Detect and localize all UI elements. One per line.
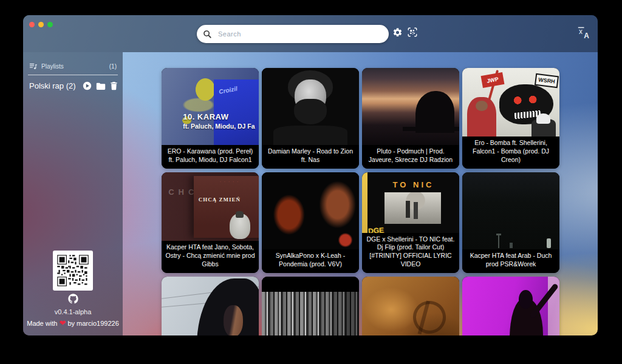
playlists-header: Playlists (1) [28, 62, 118, 75]
graffiti-text: DGE [368, 226, 384, 233]
svg-text:x: x [579, 27, 583, 36]
top-bar: x A [23, 15, 598, 52]
video-card[interactable] [362, 277, 459, 335]
video-title: DGE x Shellerini - TO NIC feat. Dj Flip … [362, 233, 459, 273]
search-input[interactable] [217, 30, 383, 38]
video-grid: Croizil 10. KARAW ft. Paluch, Miodu, DJ … [162, 68, 559, 335]
translate-icon[interactable]: x A [576, 25, 592, 41]
search-icon [203, 30, 212, 39]
video-title: ERO - Karawana (prod. Pereł) ft. Paluch,… [162, 145, 259, 169]
video-thumbnail [462, 277, 559, 335]
cover-title-text: CHCĄ ZMIEŃ [199, 197, 259, 203]
qr-scan-icon[interactable] [407, 27, 418, 38]
close-button[interactable] [29, 22, 35, 27]
video-card[interactable] [262, 277, 359, 335]
video-card[interactable]: Kacper HTA feat Arab - Duch prod PSR&Wor… [462, 172, 559, 273]
video-card[interactable]: CHC · · · · · CHCĄ ZMIEŃ Kacper HTA feat… [162, 172, 259, 273]
video-thumbnail [162, 277, 259, 335]
video-card[interactable] [462, 277, 559, 335]
video-thumbnail [262, 68, 359, 145]
thumb-overlay-text: 10. KARAW [183, 112, 255, 121]
search-bar[interactable] [197, 25, 389, 43]
video-title: Kacper HTA feat Arab - Duch prod PSR&Wor… [462, 249, 559, 273]
video-thumbnail [462, 172, 559, 249]
video-thumbnail: TO NIC DGE [362, 172, 459, 233]
video-thumbnail [362, 68, 459, 145]
credit-prefix: Made with [27, 320, 57, 327]
flag-jwp: JWP [481, 72, 505, 88]
zoom-button[interactable] [47, 22, 53, 27]
video-title: SynAlkaPono x K-Leah - Pondemia (prod. V… [262, 249, 359, 273]
video-thumbnail [262, 277, 359, 335]
app-version: v0.4.1-alpha [55, 308, 92, 315]
video-card[interactable] [162, 277, 259, 335]
credit-suffix: by marcio199226 [67, 320, 118, 327]
results-area: Croizil 10. KARAW ft. Paluch, Miodu, DJ … [123, 52, 598, 335]
open-folder-icon[interactable] [96, 82, 106, 90]
sidebar: Playlists (1) Polski rap (2) [23, 52, 123, 335]
github-icon[interactable] [68, 294, 78, 304]
video-thumbnail: Croizil 10. KARAW ft. Paluch, Miodu, DJ … [162, 68, 259, 145]
sidebar-footer: v0.4.1-alpha Made with ❤ by marcio199226 [23, 251, 123, 328]
playlists-count: (1) [109, 63, 117, 70]
playlist-item[interactable]: Polski rap (2) [29, 81, 118, 90]
video-thumbnail [362, 277, 459, 335]
video-thumbnail: JWP WSRH [462, 68, 559, 136]
video-thumbnail: CHC · · · · · CHCĄ ZMIEŃ [162, 172, 259, 241]
app-window: x A Playlists (1) Polski rap (2) [23, 15, 598, 335]
video-card[interactable]: Pluto - Podmuch | Prod. Javeure, Skrecze… [362, 68, 459, 169]
video-title: Ero - Bomba ft. Shellerini, Falcon1 - Bo… [462, 136, 559, 169]
video-card[interactable]: SynAlkaPono x K-Leah - Pondemia (prod. V… [262, 172, 359, 273]
delete-trash-icon[interactable] [110, 81, 118, 90]
video-thumbnail [262, 172, 359, 249]
play-playlist-icon[interactable] [83, 81, 92, 90]
queue-music-icon [29, 62, 38, 70]
thumb-overlay-text: ft. Paluch, Miodu, DJ Fa [183, 123, 255, 130]
settings-gear-icon[interactable] [392, 27, 403, 38]
credit-line: Made with ❤ by marcio199226 [27, 318, 119, 328]
traffic-lights [29, 22, 53, 27]
video-card[interactable]: Damian Marley - Road to Zion ft. Nas [262, 68, 359, 169]
doll-graphic [230, 214, 250, 239]
playlists-label: Playlists [41, 63, 64, 70]
cover-script-text: Croizil [219, 81, 259, 95]
video-title: Kacper HTA feat Jano, Sobota, Ostry - Ch… [162, 241, 259, 273]
video-card[interactable]: Croizil 10. KARAW ft. Paluch, Miodu, DJ … [162, 68, 259, 169]
video-card[interactable]: TO NIC DGE DGE x Shellerini - TO NIC fea… [362, 172, 459, 273]
minimize-button[interactable] [38, 22, 44, 27]
playlist-name: Polski rap (2) [29, 81, 76, 90]
heart-icon: ❤ [59, 318, 66, 328]
thumb-headline: TO NIC [367, 180, 459, 189]
video-card[interactable]: JWP WSRH Ero - Bomba ft. Shellerini, Fal… [462, 68, 559, 169]
photo-frame [384, 192, 441, 224]
qr-code [53, 251, 93, 291]
svg-text:A: A [584, 32, 589, 40]
video-title: Pluto - Podmuch | Prod. Javeure, Skrecze… [362, 145, 459, 169]
yellow-stripe [362, 172, 367, 233]
video-title: Damian Marley - Road to Zion ft. Nas [262, 145, 359, 169]
